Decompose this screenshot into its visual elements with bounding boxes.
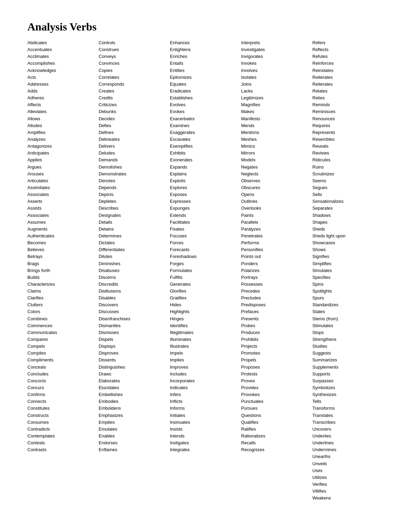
list-item: Includes <box>170 371 241 378</box>
list-item: Enhances <box>170 39 241 46</box>
list-item: Illustrates <box>170 343 241 350</box>
list-item: Paralyzes <box>241 226 312 233</box>
list-item: Endorses <box>99 440 170 446</box>
list-item: Disenfranchises <box>99 316 170 322</box>
list-item: Performs <box>241 239 312 246</box>
list-item: Demands <box>99 157 170 163</box>
list-item: Simulates <box>312 267 384 274</box>
list-item: Communicates <box>27 329 99 336</box>
list-item: Implies <box>170 357 241 363</box>
list-item: Exonerates <box>170 157 241 163</box>
list-item: Expunges <box>170 205 241 212</box>
list-item: Shadows <box>312 212 384 219</box>
list-item: Delivers <box>99 143 170 150</box>
list-item: Brags <box>27 260 99 267</box>
list-item: Strengthens <box>312 336 384 343</box>
list-item: Embellishes <box>99 391 170 398</box>
list-item: Depends <box>99 184 170 191</box>
list-item: Facilitates <box>170 219 241 226</box>
list-item: Explains <box>170 171 241 177</box>
list-item: Indicates <box>170 384 241 391</box>
list-item: Manifests <box>241 115 312 122</box>
list-item: Reinforces <box>312 60 384 67</box>
list-item: Renounces <box>312 115 384 122</box>
list-item: Evolves <box>170 101 241 108</box>
list-item: Clutters <box>27 301 99 308</box>
list-item: Decides <box>99 115 170 122</box>
list-item: Rationalizes <box>241 433 312 440</box>
list-item: Stimulates <box>312 322 384 329</box>
list-item: Relates <box>312 88 384 95</box>
list-item: Exaggerates <box>170 129 241 136</box>
list-item: Polarizes <box>241 267 312 274</box>
list-item: Sensationalizes <box>312 198 384 205</box>
list-item: Confirms <box>27 391 99 398</box>
list-item: Spins <box>312 281 384 288</box>
list-item: Evokes <box>170 108 241 115</box>
list-item: Acknowledges <box>27 67 99 74</box>
column-3: InterpretsInvestigatesInvigoratesInvokes… <box>241 39 312 502</box>
list-item: Epitomizes <box>170 74 241 81</box>
list-item: Impels <box>170 350 241 357</box>
list-item: Copies <box>99 67 170 74</box>
list-item: Addresses <box>27 81 99 88</box>
list-item: Contemplates <box>27 433 99 440</box>
list-item: Seems <box>312 177 384 184</box>
list-item: Interprets <box>241 39 312 46</box>
list-item: Diminishes <box>99 260 170 267</box>
list-item: Alludes <box>27 122 99 129</box>
list-item: Parallels <box>241 219 312 226</box>
column-1: ControlsConstruesConveysConvincesCopiesC… <box>99 39 170 502</box>
list-item: Utilizes <box>312 474 384 481</box>
list-item: Recalls <box>241 440 312 446</box>
list-item: Prefaces <box>241 308 312 315</box>
list-item: Illuminates <box>170 336 241 343</box>
list-item: Highlights <box>170 308 241 315</box>
list-item: Acts <box>27 74 99 81</box>
list-item: Demonstrates <box>99 171 170 177</box>
list-item: Joins <box>241 81 312 88</box>
list-item: Delineates <box>99 136 170 143</box>
list-item: Improves <box>170 364 241 371</box>
list-item: Probes <box>241 322 312 329</box>
list-item: Opens <box>241 191 312 198</box>
list-item: Ridicules <box>312 157 384 163</box>
column-0: AbdicatesAccentuatesAcclimatesAccomplish… <box>27 39 99 502</box>
list-item: Denotes <box>99 177 170 184</box>
list-item: Elaborates <box>99 378 170 384</box>
list-item: Extends <box>170 212 241 219</box>
list-item: Detains <box>99 226 170 233</box>
list-item: Identifies <box>170 322 241 329</box>
list-item: Accomplishes <box>27 60 99 67</box>
list-item: Elucidates <box>99 384 170 391</box>
list-item: Supplements <box>312 364 384 371</box>
list-item: Debunks <box>99 108 170 115</box>
list-item: Obscures <box>241 184 312 191</box>
list-item: Simplifies <box>312 260 384 267</box>
list-item: Stems (from) <box>312 316 384 322</box>
list-item: Pursues <box>241 405 312 412</box>
list-item: Possesses <box>241 281 312 288</box>
list-item: Uncovers <box>312 426 384 433</box>
list-item: Symbolizes <box>312 384 384 391</box>
list-item: Invokes <box>241 60 312 67</box>
list-item: Spurs <box>312 295 384 301</box>
list-item: Forges <box>170 260 241 267</box>
list-item: Glorifies <box>170 288 241 295</box>
list-item: Abdicates <box>27 39 99 46</box>
list-item: Compliments <box>27 357 99 363</box>
list-item: Punctuates <box>241 398 312 405</box>
list-item: Provokes <box>241 391 312 398</box>
list-item: States <box>312 308 384 315</box>
list-item: Synthesizes <box>312 391 384 398</box>
list-item: Antagonizes <box>27 143 99 150</box>
list-item: Observes <box>241 177 312 184</box>
list-item: Assumes <box>27 219 99 226</box>
list-item: Fulfills <box>170 274 241 281</box>
list-item: Negates <box>241 164 312 171</box>
list-item: Reiterates <box>312 81 384 88</box>
list-item: Convinces <box>99 60 170 67</box>
list-item: Creates <box>99 88 170 95</box>
list-item: Dismisses <box>99 329 170 336</box>
list-item: Personifies <box>241 246 312 253</box>
